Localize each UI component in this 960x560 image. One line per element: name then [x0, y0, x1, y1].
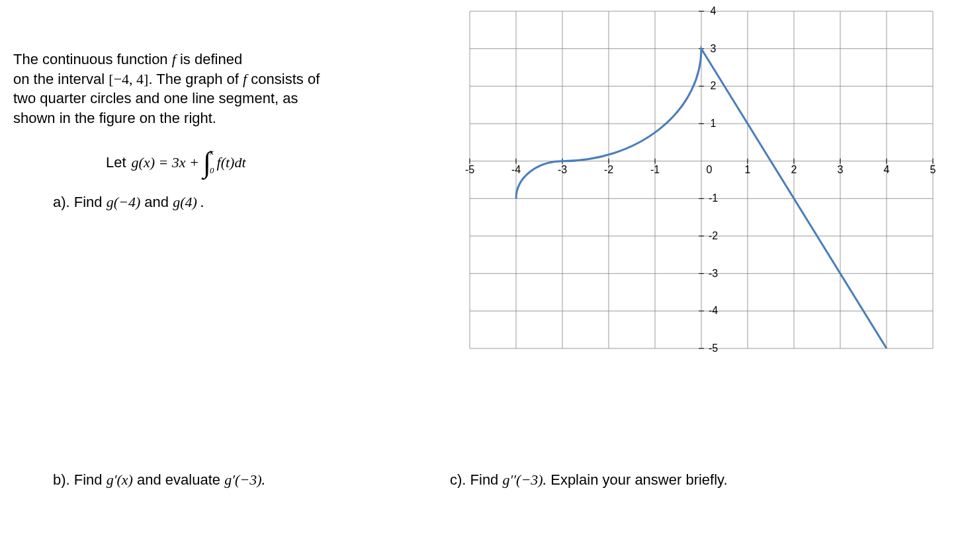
part-b: b). Find g′(x) and evaluate g′(−3).: [53, 471, 423, 489]
part-a: a). Find g(−4) and g(4) .: [53, 194, 423, 211]
text: . The graph of: [148, 71, 243, 87]
svg-text:-2: -2: [604, 164, 613, 175]
part-c-label: c). Find: [450, 471, 502, 488]
text: shown in the figure on the right.: [13, 108, 423, 128]
expr: g(−4): [107, 194, 141, 210]
chart-svg: -5-4-3-2-1012345-5-4-3-2-11234: [460, 1, 943, 358]
svg-text:1: 1: [711, 118, 717, 129]
svg-text:2: 2: [711, 80, 717, 91]
problem-text: The continuous function f is defined on …: [13, 50, 423, 128]
let-word: Let: [106, 154, 126, 171]
expr: g(4) .: [173, 194, 204, 210]
svg-text:0: 0: [707, 164, 713, 175]
svg-text:5: 5: [930, 164, 936, 175]
text: on the interval: [13, 71, 109, 87]
problem-statement: The continuous function f is defined on …: [13, 50, 423, 211]
svg-text:1: 1: [745, 164, 751, 175]
svg-text:-2: -2: [709, 230, 718, 241]
svg-text:-5: -5: [465, 164, 474, 175]
svg-text:-1: -1: [650, 164, 660, 175]
text: and: [140, 194, 173, 210]
equation-lhs: g(x) = 3x +: [132, 154, 199, 171]
svg-text:2: 2: [791, 164, 797, 175]
bottom-questions: b). Find g′(x) and evaluate g′(−3). c). …: [0, 458, 960, 489]
integrand: f(t)dt: [217, 154, 246, 171]
svg-text:4: 4: [711, 5, 717, 17]
text: consists of: [247, 71, 320, 87]
equation-definition: Let g(x) = 3x + ∫ x 0 f(t)dt: [106, 148, 423, 177]
part-c: c). Find g′′(−3). Explain your answer br…: [450, 471, 728, 489]
expr: g′′(−3).: [502, 471, 546, 488]
text: two quarter circles and one line segment…: [13, 89, 423, 108]
expr: g′(−3).: [224, 471, 265, 488]
svg-text:3: 3: [711, 43, 717, 54]
svg-text:-3: -3: [558, 164, 567, 175]
svg-text:-3: -3: [709, 268, 718, 279]
text: The continuous function: [13, 51, 172, 67]
svg-text:-4: -4: [511, 164, 521, 175]
part-b-label: b). Find: [53, 471, 107, 488]
text: and evaluate: [133, 471, 224, 488]
svg-text:3: 3: [838, 164, 844, 175]
part-a-label: a). Find: [53, 194, 107, 210]
svg-text:4: 4: [884, 164, 890, 175]
interval: [−4, 4]: [109, 71, 148, 87]
text: Explain your answer briefly.: [546, 471, 728, 488]
integral-sign: ∫: [203, 148, 211, 177]
svg-text:-5: -5: [709, 342, 718, 354]
svg-text:-1: -1: [709, 192, 718, 204]
graph-of-f: -5-4-3-2-1012345-5-4-3-2-11234: [460, 1, 943, 358]
text: is defined: [176, 51, 242, 67]
integral: ∫ x 0 f(t)dt: [203, 148, 246, 177]
expr: g′(x): [107, 471, 133, 488]
svg-text:-4: -4: [709, 305, 718, 316]
